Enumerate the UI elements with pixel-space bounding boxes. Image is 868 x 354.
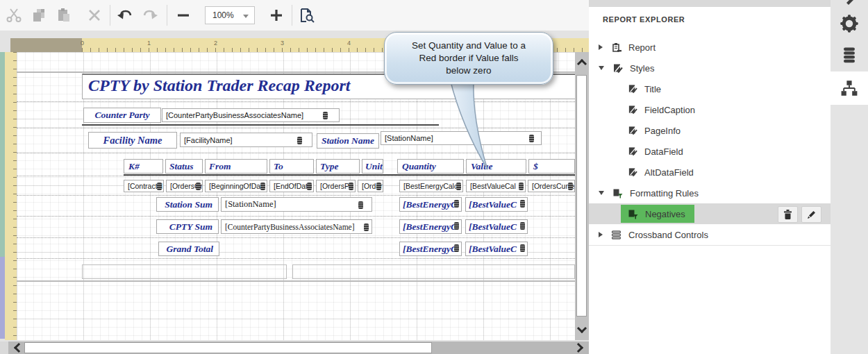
cut-button[interactable] (4, 6, 24, 25)
expander-collapsed-icon[interactable] (599, 232, 603, 237)
zoom-in-button[interactable] (267, 6, 286, 25)
tree-item-style-fieldcaption[interactable]: FieldCaption (589, 99, 868, 120)
expander-expanded-icon[interactable] (599, 191, 604, 195)
detail-field-beginning-date[interactable]: [BeginningOfDa (205, 180, 267, 192)
vertical-ruler[interactable] (5, 52, 17, 340)
band-separator[interactable] (17, 280, 575, 282)
grand-total-caption[interactable]: Grand Total (158, 242, 219, 256)
crossband-icon (611, 230, 621, 240)
annotation-callout: Set Quantity and Value to a Red border i… (384, 32, 553, 85)
detail-field-best-energy[interactable]: [BestEnergyCalc (399, 180, 463, 192)
vertical-scrollbar-thumb[interactable] (576, 75, 587, 317)
cpty-sum-value-field[interactable]: [BestValueC (465, 219, 528, 234)
tree-item-report[interactable]: Report (589, 37, 831, 58)
station-sum-value-field[interactable]: [BestValueC (465, 197, 528, 212)
column-header-type[interactable]: Type (316, 159, 360, 174)
report-explorer-button[interactable] (840, 78, 859, 98)
pencil-icon (842, 0, 856, 7)
trash-icon (783, 210, 792, 219)
tree-item-negatives[interactable]: Negatives (589, 203, 831, 224)
facility-name-field[interactable]: [FacilityName] (180, 133, 312, 147)
cpty-sum-energy-field[interactable]: [BestEnergyC (399, 219, 462, 234)
band-separator[interactable] (17, 237, 575, 238)
tree-item-style-datafield[interactable]: DataField (589, 141, 868, 162)
gear-icon (840, 15, 858, 33)
band-separator[interactable] (17, 176, 575, 176)
callout-tail (431, 78, 507, 175)
band-separator[interactable] (17, 216, 575, 217)
scroll-up-button[interactable] (575, 56, 589, 71)
tree-item-styles[interactable]: Styles (589, 58, 831, 78)
cut-icon (6, 7, 22, 24)
vertical-scrollbar[interactable] (575, 52, 589, 340)
database-field-icon (364, 224, 369, 231)
horizontal-scrollbar-thumb[interactable] (24, 342, 432, 353)
database-field-icon (297, 137, 302, 144)
tree-item-formatting-rules[interactable]: Formatting Rules (589, 183, 831, 203)
station-name-caption[interactable]: Station Name (317, 133, 379, 149)
cpty-sum-caption[interactable]: CPTY Sum (156, 219, 219, 234)
grand-total-energy-field[interactable]: [BestEnergyC (399, 242, 462, 256)
band-separator[interactable] (17, 195, 575, 196)
station-sum-caption[interactable]: Station Sum (156, 197, 219, 212)
column-header-to[interactable]: To (269, 159, 314, 174)
copy-button[interactable] (29, 6, 49, 25)
page-footer-control[interactable] (292, 264, 575, 279)
delete-rule-button[interactable] (778, 206, 798, 223)
database-field-icon (520, 244, 525, 252)
paste-icon (56, 7, 72, 24)
paste-button[interactable] (54, 6, 74, 25)
expander-expanded-icon[interactable] (599, 66, 604, 70)
detail-field-order[interactable]: [Order (358, 180, 383, 192)
panel-title: REPORT EXPLORER (603, 15, 685, 24)
expander-collapsed-icon[interactable] (599, 44, 603, 50)
settings-button[interactable] (840, 14, 859, 33)
toolbar-separator (167, 5, 167, 26)
cpty-sum-group-field[interactable]: [CounterPartyBusinessAssociatesName] (221, 219, 372, 234)
detail-field-end-date[interactable]: [EndOfDat (269, 180, 314, 192)
zoom-out-button[interactable] (174, 6, 193, 25)
station-sum-group-field[interactable]: [StationName] (221, 197, 372, 212)
station-sum-energy-field[interactable]: [BestEnergyC (399, 197, 462, 212)
header-underline (124, 174, 575, 176)
tree-item-crossband-controls[interactable]: Crossband Controls (589, 224, 831, 245)
undo-button[interactable] (115, 6, 135, 25)
counter-party-field[interactable]: [CounterPartyBusinessAssociatesName] (162, 108, 340, 122)
database-field-icon (519, 183, 524, 190)
column-header-status[interactable]: Status (165, 159, 203, 174)
counter-party-caption[interactable]: Counter Party (83, 108, 161, 123)
properties-button[interactable] (840, 0, 859, 10)
database-field-icon (196, 183, 201, 190)
grand-total-value-field[interactable]: [BestValueC (465, 242, 528, 256)
detail-field-contract[interactable]: [ContractN (124, 180, 164, 192)
tree-item-style-altdatafield[interactable]: AltDataField (589, 162, 868, 183)
style-icon (628, 146, 637, 156)
horizontal-scrollbar[interactable] (8, 342, 589, 354)
edit-rule-button[interactable] (801, 206, 821, 223)
column-header-k[interactable]: K# (124, 159, 163, 174)
detail-field-best-value[interactable]: [BestValueCal (466, 180, 526, 192)
column-header-dollar[interactable]: $ (528, 159, 575, 174)
delete-button[interactable] (85, 6, 104, 25)
field-list-button[interactable] (840, 46, 859, 65)
tree-item-style-pageinfo[interactable]: PageInfo (589, 120, 868, 141)
band-separator[interactable] (17, 258, 575, 259)
ruler-number: 4 (347, 40, 351, 47)
zoom-level-select[interactable]: 100% (205, 6, 255, 24)
report-explorer-tree-icon (841, 80, 858, 96)
redo-button[interactable] (140, 6, 160, 25)
detail-field-orders-currency[interactable]: [OrdersCurre (528, 180, 575, 192)
preview-button[interactable] (297, 6, 317, 25)
column-header-unit[interactable]: Unit (362, 159, 383, 174)
style-icon (628, 84, 637, 94)
column-header-from[interactable]: From (205, 159, 267, 174)
facility-name-caption[interactable]: Facility Name (88, 132, 177, 149)
detail-field-orders-p[interactable]: [OrdersP (316, 180, 356, 192)
page-footer-control[interactable] (82, 264, 287, 279)
scrollbar-corner (0, 342, 8, 354)
database-field-icon (454, 200, 459, 208)
detail-field-orders-order[interactable]: [OrdersOrd (166, 180, 203, 192)
tree-item-style-title[interactable]: Title (589, 78, 868, 99)
scroll-right-button[interactable] (571, 342, 586, 354)
scroll-down-button[interactable] (575, 321, 589, 336)
